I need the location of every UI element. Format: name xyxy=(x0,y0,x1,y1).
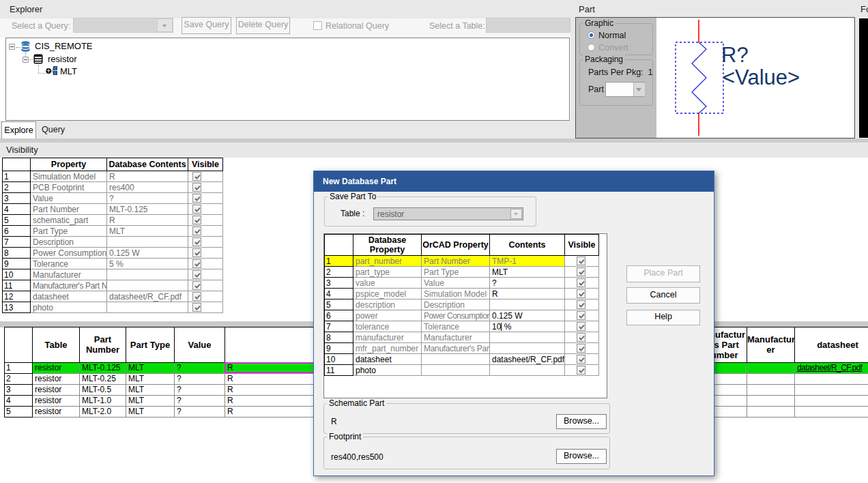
svg-text:R?: R? xyxy=(721,43,749,67)
svg-text:<Value>: <Value> xyxy=(723,65,800,89)
